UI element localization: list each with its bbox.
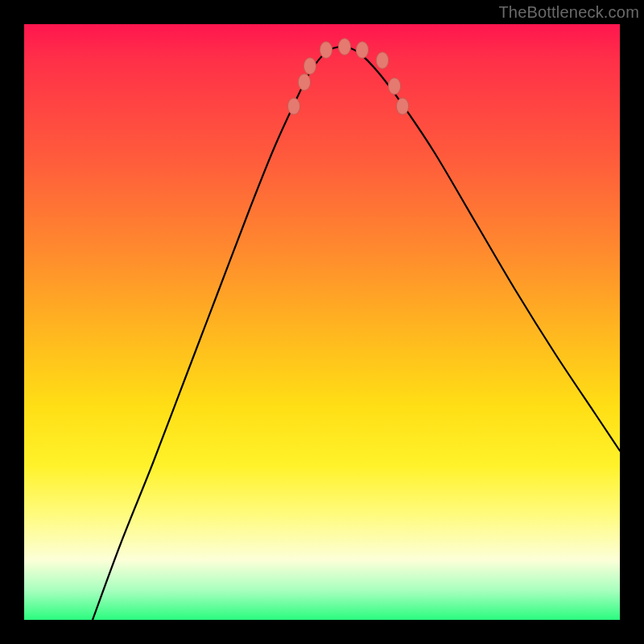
curve-marker [287,98,299,115]
curve-marker [298,74,310,91]
curve-marker [303,58,316,75]
curve-marker [320,42,332,59]
curve-marker [356,42,368,59]
curve-marker [376,52,388,69]
curve-layer [24,24,620,620]
curve-marker [388,78,400,95]
curve-markers [287,39,408,115]
chart-frame: TheBottleneck.com [0,0,644,644]
watermark-text: TheBottleneck.com [498,3,639,22]
curve-marker [338,39,350,56]
bottleneck-curve [93,47,620,620]
plot-area [24,24,620,620]
curve-marker [396,98,408,115]
